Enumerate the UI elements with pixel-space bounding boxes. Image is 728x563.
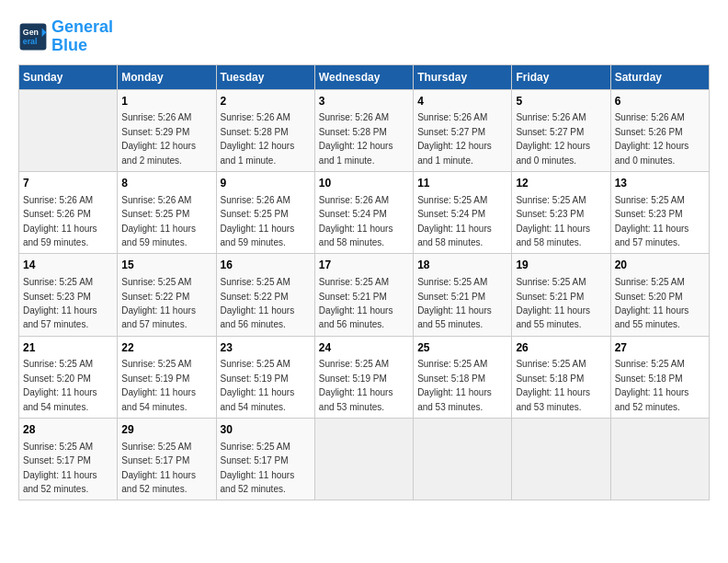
calendar-cell: 6 Sunrise: 5:26 AM Sunset: 5:26 PM Dayli…	[610, 89, 709, 171]
day-number: 15	[121, 258, 211, 273]
calendar-row: 7 Sunrise: 5:26 AM Sunset: 5:26 PM Dayli…	[19, 171, 710, 253]
day-number: 22	[121, 340, 211, 356]
day-info: Sunrise: 5:25 AM Sunset: 5:21 PM Dayligh…	[319, 277, 393, 329]
calendar-cell: 22 Sunrise: 5:25 AM Sunset: 5:19 PM Dayl…	[118, 336, 216, 418]
day-info: Sunrise: 5:25 AM Sunset: 5:17 PM Dayligh…	[121, 442, 196, 494]
calendar-cell: 17 Sunrise: 5:25 AM Sunset: 5:21 PM Dayl…	[314, 254, 413, 336]
day-header: Tuesday	[216, 64, 314, 89]
calendar-cell: 13 Sunrise: 5:25 AM Sunset: 5:23 PM Dayl…	[610, 171, 709, 253]
day-number: 10	[319, 176, 409, 191]
day-header: Friday	[512, 64, 610, 89]
day-info: Sunrise: 5:25 AM Sunset: 5:17 PM Dayligh…	[221, 442, 295, 494]
calendar-row: 28 Sunrise: 5:25 AM Sunset: 5:17 PM Dayl…	[19, 419, 710, 500]
calendar-header: SundayMondayTuesdayWednesdayThursdayFrid…	[19, 64, 710, 89]
calendar-cell: 29 Sunrise: 5:25 AM Sunset: 5:17 PM Dayl…	[118, 419, 216, 500]
day-info: Sunrise: 5:25 AM Sunset: 5:18 PM Dayligh…	[417, 359, 492, 411]
calendar-body: 1 Sunrise: 5:26 AM Sunset: 5:29 PM Dayli…	[19, 89, 710, 500]
page-header: Gen eral GeneralBlue	[18, 18, 710, 55]
day-number: 16	[221, 258, 311, 273]
day-number: 17	[319, 258, 409, 273]
calendar-cell: 7 Sunrise: 5:26 AM Sunset: 5:26 PM Dayli…	[19, 171, 118, 253]
day-info: Sunrise: 5:26 AM Sunset: 5:26 PM Dayligh…	[23, 195, 97, 247]
day-info: Sunrise: 5:26 AM Sunset: 5:27 PM Dayligh…	[417, 112, 492, 165]
day-info: Sunrise: 5:26 AM Sunset: 5:25 PM Dayligh…	[121, 195, 196, 247]
day-info: Sunrise: 5:25 AM Sunset: 5:22 PM Dayligh…	[121, 277, 196, 329]
calendar-cell: 12 Sunrise: 5:25 AM Sunset: 5:23 PM Dayl…	[512, 171, 610, 253]
calendar-cell: 1 Sunrise: 5:26 AM Sunset: 5:29 PM Dayli…	[118, 89, 216, 171]
day-number: 19	[516, 258, 606, 273]
day-info: Sunrise: 5:25 AM Sunset: 5:19 PM Dayligh…	[121, 359, 196, 411]
day-number: 13	[615, 176, 705, 191]
day-number: 29	[121, 422, 211, 438]
day-number: 7	[23, 176, 113, 191]
day-header: Wednesday	[314, 64, 413, 89]
day-number: 23	[221, 340, 311, 356]
calendar-cell: 15 Sunrise: 5:25 AM Sunset: 5:22 PM Dayl…	[118, 254, 216, 336]
day-number: 6	[615, 94, 705, 109]
calendar-cell: 25 Sunrise: 5:25 AM Sunset: 5:18 PM Dayl…	[414, 336, 512, 418]
day-number: 5	[516, 94, 606, 109]
calendar-table: SundayMondayTuesdayWednesdayThursdayFrid…	[18, 64, 710, 501]
calendar-cell: 23 Sunrise: 5:25 AM Sunset: 5:19 PM Dayl…	[216, 336, 314, 418]
day-info: Sunrise: 5:25 AM Sunset: 5:19 PM Dayligh…	[221, 359, 295, 411]
day-header: Thursday	[414, 64, 512, 89]
calendar-cell: 24 Sunrise: 5:25 AM Sunset: 5:19 PM Dayl…	[314, 336, 413, 418]
day-info: Sunrise: 5:25 AM Sunset: 5:23 PM Dayligh…	[516, 195, 590, 247]
logo-icon: Gen eral	[18, 22, 48, 52]
day-number: 11	[417, 176, 507, 191]
logo-name: GeneralBlue	[51, 18, 113, 55]
day-number: 14	[23, 258, 113, 273]
calendar-cell	[19, 89, 118, 171]
day-number: 26	[516, 340, 606, 356]
calendar-cell: 26 Sunrise: 5:25 AM Sunset: 5:18 PM Dayl…	[512, 336, 610, 418]
day-info: Sunrise: 5:25 AM Sunset: 5:20 PM Dayligh…	[23, 359, 97, 411]
calendar-cell	[512, 419, 610, 500]
day-number: 3	[319, 94, 409, 109]
day-number: 20	[615, 258, 705, 273]
calendar-cell: 16 Sunrise: 5:25 AM Sunset: 5:22 PM Dayl…	[216, 254, 314, 336]
calendar-cell: 8 Sunrise: 5:26 AM Sunset: 5:25 PM Dayli…	[118, 171, 216, 253]
calendar-row: 21 Sunrise: 5:25 AM Sunset: 5:20 PM Dayl…	[19, 336, 710, 418]
day-info: Sunrise: 5:25 AM Sunset: 5:21 PM Dayligh…	[516, 277, 590, 329]
day-number: 12	[516, 176, 606, 191]
calendar-cell: 18 Sunrise: 5:25 AM Sunset: 5:21 PM Dayl…	[414, 254, 512, 336]
day-number: 21	[23, 340, 113, 356]
day-info: Sunrise: 5:26 AM Sunset: 5:29 PM Dayligh…	[121, 112, 196, 165]
day-info: Sunrise: 5:26 AM Sunset: 5:28 PM Dayligh…	[319, 112, 393, 165]
day-info: Sunrise: 5:25 AM Sunset: 5:18 PM Dayligh…	[615, 359, 689, 411]
day-number: 24	[319, 340, 409, 356]
day-info: Sunrise: 5:25 AM Sunset: 5:18 PM Dayligh…	[516, 359, 590, 411]
calendar-cell	[610, 419, 709, 500]
calendar-cell: 11 Sunrise: 5:25 AM Sunset: 5:24 PM Dayl…	[414, 171, 512, 253]
day-number: 30	[221, 422, 311, 438]
day-number: 4	[417, 94, 507, 109]
day-info: Sunrise: 5:25 AM Sunset: 5:23 PM Dayligh…	[615, 195, 689, 247]
day-info: Sunrise: 5:26 AM Sunset: 5:24 PM Dayligh…	[319, 195, 393, 247]
day-header: Monday	[118, 64, 216, 89]
day-info: Sunrise: 5:25 AM Sunset: 5:24 PM Dayligh…	[417, 195, 492, 247]
calendar-cell: 27 Sunrise: 5:25 AM Sunset: 5:18 PM Dayl…	[610, 336, 709, 418]
calendar-cell: 2 Sunrise: 5:26 AM Sunset: 5:28 PM Dayli…	[216, 89, 314, 171]
header-row: SundayMondayTuesdayWednesdayThursdayFrid…	[19, 64, 710, 89]
day-info: Sunrise: 5:26 AM Sunset: 5:28 PM Dayligh…	[221, 112, 295, 165]
day-info: Sunrise: 5:26 AM Sunset: 5:26 PM Dayligh…	[615, 112, 689, 165]
day-header: Saturday	[610, 64, 709, 89]
day-info: Sunrise: 5:25 AM Sunset: 5:19 PM Dayligh…	[319, 359, 393, 411]
calendar-cell: 5 Sunrise: 5:26 AM Sunset: 5:27 PM Dayli…	[512, 89, 610, 171]
day-info: Sunrise: 5:25 AM Sunset: 5:17 PM Dayligh…	[23, 442, 97, 494]
calendar-row: 14 Sunrise: 5:25 AM Sunset: 5:23 PM Dayl…	[19, 254, 710, 336]
svg-text:eral: eral	[23, 37, 38, 46]
day-header: Sunday	[19, 64, 118, 89]
calendar-cell: 4 Sunrise: 5:26 AM Sunset: 5:27 PM Dayli…	[414, 89, 512, 171]
calendar-cell: 9 Sunrise: 5:26 AM Sunset: 5:25 PM Dayli…	[216, 171, 314, 253]
day-info: Sunrise: 5:25 AM Sunset: 5:20 PM Dayligh…	[615, 277, 689, 329]
day-number: 8	[121, 176, 211, 191]
day-number: 9	[221, 176, 311, 191]
day-info: Sunrise: 5:25 AM Sunset: 5:21 PM Dayligh…	[417, 277, 492, 329]
day-info: Sunrise: 5:26 AM Sunset: 5:25 PM Dayligh…	[221, 195, 295, 247]
calendar-cell: 28 Sunrise: 5:25 AM Sunset: 5:17 PM Dayl…	[19, 419, 118, 500]
calendar-cell: 3 Sunrise: 5:26 AM Sunset: 5:28 PM Dayli…	[314, 89, 413, 171]
day-number: 28	[23, 422, 113, 438]
day-info: Sunrise: 5:26 AM Sunset: 5:27 PM Dayligh…	[516, 112, 590, 165]
day-number: 1	[121, 94, 211, 109]
